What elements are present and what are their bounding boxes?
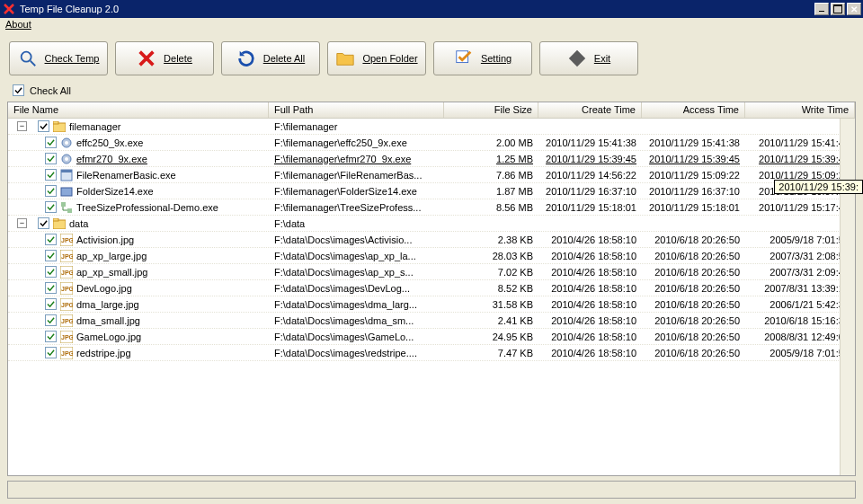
file-row[interactable]: JPG redstripe.jpg F:\data\Docs\images\re… bbox=[8, 345, 855, 361]
exit-button[interactable]: Exit bbox=[539, 41, 638, 75]
check-all-checkbox[interactable]: Check All bbox=[13, 84, 71, 96]
installer-icon bbox=[59, 136, 74, 150]
file-atime: 2010/6/18 20:26:50 bbox=[642, 250, 745, 262]
file-wtime: 2007/3/31 2:09:46 bbox=[745, 266, 855, 279]
delete-label: Delete bbox=[164, 53, 192, 64]
menu-about[interactable]: About bbox=[5, 19, 31, 30]
menu-bar: About bbox=[0, 18, 863, 34]
folder-icon bbox=[335, 49, 355, 68]
row-checkbox[interactable] bbox=[45, 331, 57, 342]
file-path: F:\data\Docs\images\ap_xp_la... bbox=[269, 250, 444, 262]
close-button[interactable]: ✕ bbox=[847, 3, 861, 15]
jpg-icon: JPG bbox=[59, 297, 74, 312]
svg-text:JPG: JPG bbox=[61, 270, 73, 276]
file-row[interactable]: JPG dma_large.jpg F:\data\Docs\images\dm… bbox=[8, 296, 855, 313]
file-size: 7.47 KB bbox=[444, 347, 538, 359]
file-name: effc250_9x.exe bbox=[76, 137, 143, 148]
file-row[interactable]: JPG ap_xp_large.jpg F:\data\Docs\images\… bbox=[8, 248, 855, 264]
row-checkbox[interactable] bbox=[45, 282, 57, 294]
collapse-icon[interactable]: − bbox=[17, 218, 27, 228]
open-folder-button[interactable]: Open Folder bbox=[327, 41, 426, 75]
row-checkbox[interactable] bbox=[45, 298, 57, 310]
file-row[interactable]: efmr270_9x.exe F:\filemanager\efmr270_9x… bbox=[8, 151, 855, 167]
collapse-icon[interactable]: − bbox=[17, 121, 27, 131]
file-row[interactable]: FolderSize14.exe F:\filemanager\FolderSi… bbox=[8, 183, 855, 199]
check-temp-button[interactable]: Check Temp bbox=[9, 41, 108, 75]
file-name: ap_xp_small.jpg bbox=[76, 267, 148, 278]
folder-row[interactable]: − data F:\data bbox=[8, 216, 855, 232]
file-atime: 2010/6/18 20:26:50 bbox=[642, 331, 745, 343]
folder-name: filemanager bbox=[69, 121, 120, 132]
file-atime: 2010/6/18 20:26:50 bbox=[642, 298, 745, 311]
maximize-button[interactable] bbox=[831, 3, 845, 15]
jpg-icon: JPG bbox=[59, 249, 74, 263]
svg-point-6 bbox=[65, 141, 68, 145]
file-row[interactable]: JPG Activision.jpg F:\data\Docs\images\A… bbox=[8, 232, 855, 248]
row-checkbox[interactable] bbox=[45, 137, 57, 148]
col-write-time[interactable]: Write Time bbox=[745, 102, 855, 118]
file-atime: 2010/11/29 15:41:38 bbox=[642, 137, 745, 149]
svg-rect-4 bbox=[53, 121, 58, 124]
row-checkbox[interactable] bbox=[45, 347, 57, 358]
delete-all-button[interactable]: Delete All bbox=[221, 41, 320, 75]
svg-rect-12 bbox=[61, 202, 66, 207]
row-checkbox[interactable] bbox=[45, 266, 57, 278]
file-wtime: 2008/8/31 12:49:06 bbox=[745, 331, 855, 343]
row-checkbox[interactable] bbox=[45, 169, 57, 181]
setting-button[interactable]: Setting bbox=[433, 41, 532, 75]
file-atime: 2010/6/18 20:26:50 bbox=[642, 282, 745, 295]
status-bar bbox=[7, 481, 856, 499]
delete-button[interactable]: Delete bbox=[115, 41, 214, 75]
file-wtime: 2010/11/29 15:41:40 bbox=[745, 137, 855, 149]
file-row[interactable]: JPG ap_xp_small.jpg F:\data\Docs\images\… bbox=[8, 264, 855, 280]
file-row[interactable]: effc250_9x.exe F:\filemanager\effc250_9x… bbox=[8, 135, 855, 151]
svg-text:JPG: JPG bbox=[61, 318, 73, 324]
file-row[interactable]: FileRenamerBasic.exe F:\filemanager\File… bbox=[8, 167, 855, 183]
file-ctime: 2010/4/26 18:58:10 bbox=[538, 266, 642, 279]
file-name: ap_xp_large.jpg bbox=[76, 251, 147, 261]
file-ctime: 2010/4/26 18:58:10 bbox=[538, 282, 642, 295]
exit-icon bbox=[567, 49, 587, 68]
file-size: 7.86 MB bbox=[444, 169, 538, 181]
file-ctime: 2010/11/29 14:56:22 bbox=[538, 169, 642, 181]
svg-text:JPG: JPG bbox=[61, 350, 73, 357]
titlebar: Temp File Cleanup 2.0 ✕ bbox=[0, 0, 863, 18]
file-list: File Name Full Path File Size Create Tim… bbox=[7, 102, 856, 476]
row-checkbox[interactable] bbox=[45, 185, 57, 197]
row-checkbox[interactable] bbox=[45, 234, 57, 245]
col-full-path[interactable]: Full Path bbox=[269, 102, 444, 118]
minimize-button[interactable] bbox=[814, 3, 829, 15]
file-row[interactable]: JPG dma_small.jpg F:\data\Docs\images\dm… bbox=[8, 313, 855, 329]
file-row[interactable]: JPG GameLogo.jpg F:\data\Docs\images\Gam… bbox=[8, 329, 855, 345]
folder-path: F:\filemanager bbox=[269, 120, 444, 133]
folder-path: F:\data bbox=[269, 217, 444, 230]
tree-icon bbox=[59, 200, 74, 215]
file-row[interactable]: JPG DevLogo.jpg F:\data\Docs\images\DevL… bbox=[8, 280, 855, 296]
col-access-time[interactable]: Access Time bbox=[642, 102, 745, 118]
row-checkbox[interactable] bbox=[45, 250, 57, 261]
file-path: F:\filemanager\TreeSizeProfess... bbox=[269, 201, 444, 214]
row-checkbox[interactable] bbox=[45, 153, 57, 164]
file-name: Activision.jpg bbox=[76, 234, 134, 245]
window-title: Temp File Cleanup 2.0 bbox=[20, 4, 814, 14]
folder-row[interactable]: − filemanager F:\filemanager bbox=[8, 119, 855, 135]
file-size: 1.25 MB bbox=[444, 153, 538, 165]
svg-text:JPG: JPG bbox=[61, 302, 73, 308]
svg-point-0 bbox=[21, 52, 31, 62]
file-atime: 2010/11/29 15:39:45 bbox=[642, 153, 745, 165]
col-file-size[interactable]: File Size bbox=[444, 102, 538, 118]
file-ctime: 2010/11/29 15:18:01 bbox=[538, 201, 642, 214]
file-size: 28.03 KB bbox=[444, 250, 538, 262]
svg-point-8 bbox=[65, 157, 68, 161]
row-checkbox[interactable] bbox=[45, 201, 57, 213]
row-checkbox[interactable] bbox=[38, 120, 49, 132]
file-atime: 2010/6/18 20:26:50 bbox=[642, 314, 745, 327]
col-file-name[interactable]: File Name bbox=[8, 102, 269, 118]
file-row[interactable]: TreeSizeProfessional-Demo.exe F:\fileman… bbox=[8, 199, 855, 216]
row-checkbox[interactable] bbox=[45, 314, 57, 326]
file-path: F:\filemanager\FileRenamerBas... bbox=[269, 169, 444, 181]
file-path: F:\data\Docs\images\redstripe.... bbox=[269, 347, 444, 359]
col-create-time[interactable]: Create Time bbox=[538, 102, 642, 118]
row-checkbox[interactable] bbox=[38, 217, 49, 229]
file-name: dma_small.jpg bbox=[76, 315, 140, 326]
